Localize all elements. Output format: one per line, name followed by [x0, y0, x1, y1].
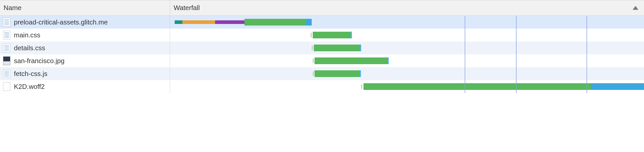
document-file-icon — [3, 31, 10, 39]
waterfall-rows — [170, 16, 644, 93]
name-column-header[interactable]: Name — [0, 0, 170, 16]
file-icon — [3, 82, 10, 91]
network-panel: Name preload-critical-assets.glitch.mema… — [0, 0, 644, 93]
name-header-label: Name — [4, 4, 21, 12]
phase-cap — [360, 70, 361, 77]
phase-request — [215, 20, 244, 24]
waterfall-column: Waterfall — [170, 0, 644, 93]
request-name: fetch-css.js — [14, 70, 47, 78]
queue-tick — [313, 58, 314, 63]
queue-tick — [312, 46, 313, 50]
timing-bar — [170, 45, 644, 51]
queue-tick — [313, 71, 314, 76]
waterfall-header-label: Waterfall — [174, 4, 200, 12]
phase-download — [591, 83, 644, 90]
table-row[interactable]: K2D.woff2 — [0, 80, 170, 93]
phase-cap — [360, 45, 361, 51]
timing-bar — [170, 70, 644, 77]
name-column: Name preload-critical-assets.glitch.mema… — [0, 0, 170, 93]
phase-cap — [351, 32, 352, 38]
waterfall-row[interactable] — [170, 67, 644, 80]
table-row[interactable]: fetch-css.js — [0, 67, 170, 80]
phase-waiting — [314, 45, 360, 51]
document-file-icon — [3, 44, 10, 52]
document-file-icon — [3, 69, 10, 78]
request-name: K2D.woff2 — [14, 83, 45, 91]
document-file-icon — [3, 18, 10, 27]
waterfall-row[interactable] — [170, 41, 644, 54]
timing-bar — [170, 83, 644, 90]
waterfall-row[interactable] — [170, 80, 644, 93]
phase-waiting — [363, 83, 591, 90]
timing-marker — [516, 16, 516, 93]
timing-marker — [465, 16, 465, 93]
table-row[interactable]: san-francisco.jpg — [0, 54, 170, 67]
request-name: main.css — [14, 31, 40, 39]
waterfall-row[interactable] — [170, 29, 644, 41]
sort-ascending-icon — [633, 6, 638, 10]
waterfall-row[interactable] — [170, 54, 644, 67]
request-name: details.css — [14, 44, 45, 52]
phase-waiting — [244, 19, 306, 26]
phase-waiting — [315, 70, 360, 77]
phase-waiting — [313, 32, 351, 38]
waterfall-column-header[interactable]: Waterfall — [170, 0, 644, 16]
phase-download — [306, 19, 312, 26]
timing-bar — [170, 32, 644, 38]
timing-bar — [170, 19, 644, 26]
timing-marker — [587, 16, 587, 93]
phase-queueing — [175, 20, 182, 24]
request-name: preload-critical-assets.glitch.me — [14, 18, 108, 26]
phase-stalled — [182, 20, 215, 24]
request-name: san-francisco.jpg — [14, 57, 65, 65]
waterfall-row[interactable] — [170, 16, 644, 29]
name-rows: preload-critical-assets.glitch.memain.cs… — [0, 16, 170, 93]
table-row[interactable]: preload-critical-assets.glitch.me — [0, 16, 170, 29]
phase-waiting — [315, 57, 387, 64]
timing-bar — [170, 57, 644, 64]
phase-cap — [388, 57, 389, 64]
table-row[interactable]: details.css — [0, 41, 170, 54]
image-file-icon — [3, 56, 10, 65]
table-row[interactable]: main.css — [0, 29, 170, 41]
queue-tick — [311, 33, 312, 37]
queue-tick — [361, 84, 362, 89]
